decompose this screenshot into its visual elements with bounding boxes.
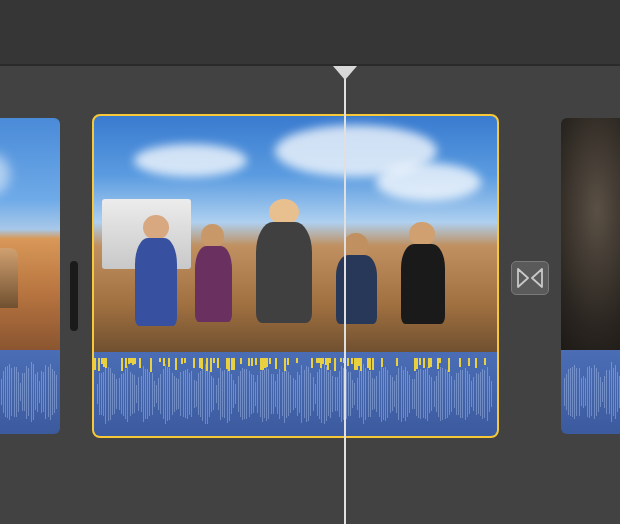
video-clip[interactable] — [561, 118, 620, 434]
playhead-marker-icon[interactable] — [345, 66, 357, 80]
timeline[interactable] — [0, 66, 620, 524]
clip-audio-waveform[interactable] — [0, 350, 60, 434]
clip-audio-waveform[interactable] — [561, 350, 620, 434]
clip-audio-waveform[interactable] — [94, 352, 497, 436]
toolbar-area — [0, 0, 620, 64]
transition-cross-dissolve[interactable] — [511, 261, 549, 295]
video-clip-selected[interactable] — [94, 116, 497, 436]
bowtie-icon — [517, 268, 543, 288]
clip-thumbnail — [94, 116, 497, 352]
clip-thumbnail — [0, 118, 60, 350]
clip-thumbnail — [561, 118, 620, 350]
video-clip[interactable] — [0, 118, 60, 434]
clip-edge-handle[interactable] — [70, 261, 78, 331]
